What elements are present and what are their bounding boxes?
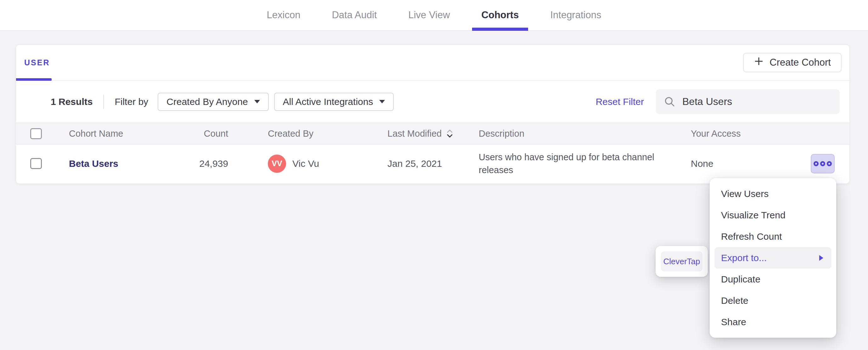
menu-item-delete[interactable]: Delete — [710, 290, 836, 311]
row-checkbox[interactable] — [30, 158, 42, 169]
top-nav: Lexicon Data Audit Live View Cohorts Int… — [0, 0, 868, 31]
avatar: VV — [268, 154, 286, 173]
created-by-dropdown-label: Created By Anyone — [166, 97, 248, 107]
caret-down-icon — [379, 100, 385, 103]
created-by-name: Vic Vu — [292, 159, 319, 169]
menu-item-visualize-trend[interactable]: Visualize Trend — [710, 205, 836, 226]
cohort-name-link[interactable]: Beta Users — [69, 159, 118, 169]
created-by-dropdown[interactable]: Created By Anyone — [158, 93, 269, 111]
header-created-by: Created By — [240, 129, 388, 139]
header-description: Description — [479, 129, 691, 139]
table-header: Cohort Name Count Created By Last Modifi… — [16, 123, 849, 144]
menu-item-export-to-label: Export to... — [721, 253, 767, 263]
integrations-dropdown[interactable]: All Active Integrations — [274, 93, 394, 111]
header-last-modified-label: Last Modified — [388, 129, 442, 139]
more-actions-button[interactable] — [811, 154, 835, 173]
ellipsis-icon — [827, 161, 832, 166]
your-access-cell: None — [691, 159, 795, 169]
plus-icon — [754, 56, 764, 69]
tab-user[interactable]: USER — [24, 58, 50, 67]
tab-user-underline — [16, 78, 52, 81]
ellipsis-icon — [813, 161, 818, 166]
create-cohort-label: Create Cohort — [770, 57, 831, 68]
ellipsis-icon — [820, 161, 825, 166]
search-icon — [664, 96, 675, 107]
nav-item-cohorts[interactable]: Cohorts — [472, 0, 528, 30]
description-cell: Users who have signed up for beta channe… — [479, 151, 691, 177]
integrations-dropdown-label: All Active Integrations — [283, 97, 373, 107]
last-modified-cell: Jan 25, 2021 — [388, 159, 479, 169]
header-count: Count — [186, 129, 240, 139]
menu-item-export-to[interactable]: Export to... — [714, 247, 832, 269]
reset-filter-link[interactable]: Reset Filter — [596, 97, 644, 107]
submenu-arrow-icon — [818, 254, 824, 262]
row-actions-menu: View Users Visualize Trend Refresh Count… — [710, 178, 836, 338]
panel-tab-bar: USER Create Cohort — [16, 45, 849, 81]
header-last-modified[interactable]: Last Modified — [388, 129, 479, 139]
filter-divider — [103, 95, 104, 109]
nav-item-lexicon[interactable]: Lexicon — [257, 0, 310, 30]
nav-item-live-view[interactable]: Live View — [399, 0, 459, 30]
menu-item-refresh-count[interactable]: Refresh Count — [710, 226, 836, 247]
menu-item-share[interactable]: Share — [710, 311, 836, 333]
export-submenu: CleverTap — [656, 246, 708, 277]
header-cohort-name: Cohort Name — [69, 129, 186, 139]
header-your-access: Your Access — [691, 129, 795, 139]
filter-by-label: Filter by — [115, 97, 148, 107]
cohort-search-box — [656, 89, 840, 114]
cohort-count: 24,939 — [186, 159, 240, 169]
search-input[interactable] — [682, 96, 832, 107]
cohorts-panel: USER Create Cohort 1 Results Filter by C… — [16, 45, 850, 184]
created-by-cell: VV Vic Vu — [240, 154, 388, 173]
menu-item-view-users[interactable]: View Users — [710, 183, 836, 205]
sort-icon[interactable] — [446, 129, 454, 139]
caret-down-icon — [254, 100, 260, 103]
nav-item-integrations[interactable]: Integrations — [541, 0, 611, 30]
menu-item-duplicate[interactable]: Duplicate — [710, 269, 836, 290]
nav-item-data-audit[interactable]: Data Audit — [322, 0, 386, 30]
results-count: 1 Results — [51, 97, 93, 107]
create-cohort-button[interactable]: Create Cohort — [743, 53, 842, 72]
table-row: Beta Users 24,939 VV Vic Vu Jan 25, 2021… — [16, 144, 849, 182]
filter-bar: 1 Results Filter by Created By Anyone Al… — [16, 81, 849, 123]
submenu-item-clevertap[interactable]: CleverTap — [661, 251, 703, 272]
select-all-checkbox[interactable] — [30, 128, 42, 139]
